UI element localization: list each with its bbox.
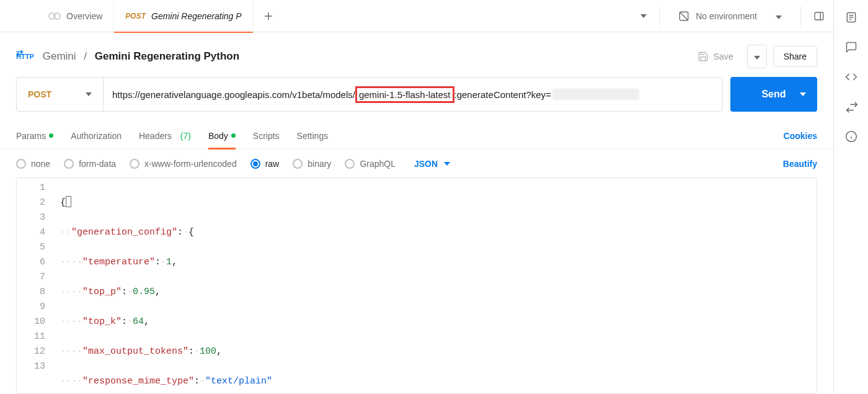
tab-overflow-chevron[interactable] [640, 14, 647, 18]
environment-selector[interactable]: No environment [672, 7, 763, 25]
url-model-highlight: gemini-1.5-flash-latest [355, 86, 454, 103]
share-button[interactable]: Share [773, 46, 817, 67]
save-label: Save [714, 51, 733, 61]
save-button[interactable]: Save [690, 46, 741, 67]
save-dropdown[interactable] [747, 45, 767, 68]
url-prefix: https://generativelanguage.googleapis.co… [112, 89, 355, 100]
info-icon[interactable] [845, 130, 857, 143]
tab-overview-label: Overview [66, 11, 102, 21]
top-tab-strip: Overview POST Gemini Regenerating P No e… [0, 0, 833, 32]
documentation-icon[interactable] [845, 11, 857, 24]
tab-authorization[interactable]: Authorization [71, 123, 122, 149]
tab-settings[interactable]: Settings [297, 123, 329, 149]
url-input[interactable]: https://generativelanguage.googleapis.co… [104, 78, 722, 111]
code-content[interactable]: { ··"generation_config":·{ ····"temperat… [54, 178, 440, 393]
body-type-binary[interactable]: binary [293, 159, 331, 169]
http-badge: ⇄HTTP [16, 53, 34, 60]
tab-body[interactable]: Body [208, 123, 236, 149]
no-env-icon [678, 11, 689, 22]
dot-indicator [231, 133, 236, 138]
body-type-urlencoded[interactable]: x-www-form-urlencoded [130, 159, 237, 169]
tab-headers[interactable]: Headers (7) [139, 123, 191, 149]
body-type-raw[interactable]: raw [250, 159, 280, 169]
chevron-down-icon [444, 162, 450, 166]
environment-chevron[interactable] [769, 7, 788, 25]
related-icon[interactable] [845, 101, 857, 113]
code-icon[interactable] [845, 71, 857, 83]
tab-params[interactable]: Params [16, 123, 53, 149]
eyes-icon [48, 12, 61, 20]
http-method-selector[interactable]: POST [17, 78, 104, 111]
tab-method-badge: POST [125, 12, 146, 20]
tab-request-label: Gemini Regenerating P [151, 11, 242, 21]
svg-rect-6 [815, 12, 823, 20]
beautify-button[interactable]: Beautify [783, 159, 817, 169]
tab-scripts[interactable]: Scripts [253, 123, 280, 149]
chevron-down-icon [800, 92, 806, 96]
url-suffix: :generateContent?key= [454, 89, 551, 100]
body-format-selector[interactable]: JSON [414, 159, 450, 169]
save-icon [698, 51, 709, 62]
body-type-form-data[interactable]: form-data [64, 159, 116, 169]
new-tab-button[interactable] [254, 0, 283, 32]
environment-label: No environment [696, 11, 757, 21]
url-redacted-key [552, 89, 639, 100]
send-label: Send [761, 89, 786, 100]
svg-line-5 [680, 12, 688, 20]
method-label: POST [28, 89, 51, 99]
sidebar-toggle-icon[interactable] [813, 11, 825, 22]
breadcrumb: Gemini / Gemini Regenerating Python [43, 50, 239, 63]
tab-request-active[interactable]: POST Gemini Regenerating P [114, 0, 253, 32]
share-label: Share [784, 51, 807, 61]
tab-overview[interactable]: Overview [37, 0, 114, 32]
body-type-graphql[interactable]: GraphQL [345, 159, 396, 169]
dot-indicator [49, 133, 53, 138]
chevron-down-icon [86, 92, 92, 96]
url-bar: POST https://generativelanguage.googleap… [16, 77, 723, 112]
cookies-link[interactable]: Cookies [784, 131, 817, 141]
headers-count: (7) [180, 131, 191, 141]
breadcrumb-collection[interactable]: Gemini [43, 50, 76, 62]
right-icon-rail [833, 0, 868, 394]
send-button[interactable]: Send [730, 77, 817, 112]
body-type-none[interactable]: none [16, 159, 50, 169]
line-gutter: 12345678910111213 [17, 178, 54, 393]
request-body-editor[interactable]: 12345678910111213 { ··"generation_config… [16, 177, 817, 394]
comments-icon[interactable] [845, 41, 857, 53]
breadcrumb-request: Gemini Regenerating Python [95, 50, 239, 62]
